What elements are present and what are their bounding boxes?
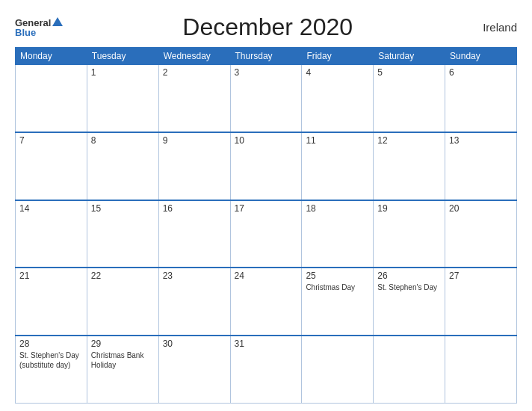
calendar-page: General Blue December 2020 Ireland Monda… xyxy=(0,0,532,411)
day-number: 20 xyxy=(449,203,513,214)
calendar-cell: 22 xyxy=(87,268,158,336)
calendar-cell: 26St. Stephen's Day xyxy=(374,268,445,336)
col-wednesday: Wednesday xyxy=(158,48,230,65)
logo-blue-text: Blue xyxy=(15,28,36,37)
calendar-cell: 23 xyxy=(158,268,230,336)
day-number: 15 xyxy=(91,203,155,214)
day-number: 17 xyxy=(235,203,298,214)
day-number: 22 xyxy=(91,271,155,281)
day-number: 27 xyxy=(449,271,513,281)
calendar-week-row: 123456 xyxy=(16,65,517,133)
calendar-cell: 5 xyxy=(374,65,445,133)
logo-general-text: General xyxy=(15,18,51,28)
day-number: 8 xyxy=(91,135,155,146)
day-number: 2 xyxy=(163,67,226,78)
calendar-cell xyxy=(445,336,517,404)
holiday-label: Christmas Bank Holiday xyxy=(91,350,155,370)
calendar-cell: 31 xyxy=(230,336,302,404)
day-number: 24 xyxy=(235,271,298,281)
day-number: 29 xyxy=(91,339,155,349)
calendar-cell: 3 xyxy=(230,65,302,133)
holiday-label: St. Stephen's Day (substitute day) xyxy=(19,350,83,370)
calendar-cell: 15 xyxy=(87,200,158,268)
calendar-cell: 25Christmas Day xyxy=(302,268,374,336)
calendar-cell xyxy=(374,336,445,404)
calendar-header-row: Monday Tuesday Wednesday Thursday Friday… xyxy=(16,48,517,65)
calendar-cell: 16 xyxy=(158,200,230,268)
holiday-label: Christmas Day xyxy=(306,282,369,292)
calendar-cell: 13 xyxy=(445,132,517,200)
col-thursday: Thursday xyxy=(230,48,302,65)
calendar-cell: 17 xyxy=(230,200,302,268)
calendar-cell: 10 xyxy=(230,132,302,200)
calendar-cell: 6 xyxy=(445,65,517,133)
calendar-cell: 27 xyxy=(445,268,517,336)
calendar-cell: 18 xyxy=(302,200,374,268)
col-saturday: Saturday xyxy=(374,48,445,65)
day-number: 23 xyxy=(163,271,226,281)
day-number: 12 xyxy=(377,135,441,146)
day-number: 19 xyxy=(377,203,441,214)
col-monday: Monday xyxy=(16,48,87,65)
day-number: 31 xyxy=(235,339,298,349)
calendar-cell: 20 xyxy=(445,200,517,268)
col-friday: Friday xyxy=(302,48,374,65)
day-number: 9 xyxy=(163,135,226,146)
calendar-cell: 9 xyxy=(158,132,230,200)
day-number: 21 xyxy=(19,271,83,281)
day-number: 1 xyxy=(91,67,155,78)
calendar-week-row: 14151617181920 xyxy=(16,200,517,268)
calendar-cell xyxy=(302,336,374,404)
calendar-cell: 2 xyxy=(158,65,230,133)
holiday-label: St. Stephen's Day xyxy=(377,282,441,292)
calendar-cell: 7 xyxy=(16,132,87,200)
day-number: 4 xyxy=(306,67,369,78)
day-number: 5 xyxy=(377,67,441,78)
calendar-cell: 21 xyxy=(16,268,87,336)
col-tuesday: Tuesday xyxy=(87,48,158,65)
day-number: 7 xyxy=(19,135,83,146)
calendar-week-row: 78910111213 xyxy=(16,132,517,200)
day-number: 14 xyxy=(19,203,83,214)
month-title: December 2020 xyxy=(63,13,472,41)
calendar-cell: 1 xyxy=(87,65,158,133)
calendar-cell: 4 xyxy=(302,65,374,133)
calendar-cell: 11 xyxy=(302,132,374,200)
day-number: 13 xyxy=(449,135,513,146)
calendar-cell: 19 xyxy=(374,200,445,268)
calendar-cell: 30 xyxy=(158,336,230,404)
calendar-cell: 12 xyxy=(374,132,445,200)
calendar-cell: 24 xyxy=(230,268,302,336)
logo-triangle-icon xyxy=(52,17,63,26)
day-number: 30 xyxy=(163,339,226,349)
calendar-cell: 29Christmas Bank Holiday xyxy=(87,336,158,404)
day-number: 6 xyxy=(449,67,513,78)
day-number: 28 xyxy=(19,339,83,349)
header: General Blue December 2020 Ireland xyxy=(15,13,517,41)
calendar-cell xyxy=(16,65,87,133)
col-sunday: Sunday xyxy=(445,48,517,65)
calendar-week-row: 2122232425Christmas Day26St. Stephen's D… xyxy=(16,268,517,336)
day-number: 25 xyxy=(306,271,369,281)
day-number: 16 xyxy=(163,203,226,214)
country-label: Ireland xyxy=(472,21,517,34)
calendar-cell: 28St. Stephen's Day (substitute day) xyxy=(16,336,87,404)
logo: General Blue xyxy=(15,18,63,37)
day-number: 18 xyxy=(306,203,369,214)
calendar-table: Monday Tuesday Wednesday Thursday Friday… xyxy=(15,47,517,404)
calendar-week-row: 28St. Stephen's Day (substitute day)29Ch… xyxy=(16,336,517,404)
day-number: 11 xyxy=(306,135,369,146)
calendar-cell: 8 xyxy=(87,132,158,200)
day-number: 3 xyxy=(235,67,298,78)
day-number: 26 xyxy=(377,271,441,281)
day-number: 10 xyxy=(235,135,298,146)
calendar-cell: 14 xyxy=(16,200,87,268)
